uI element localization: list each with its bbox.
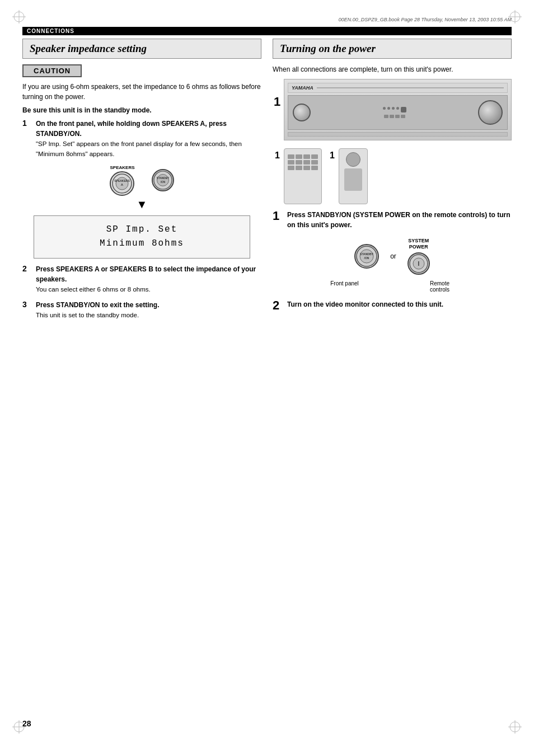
svg-text:A: A [121,183,124,186]
svg-text:/ON: /ON [160,181,165,184]
standby-on-button: STANDBY /ON [354,244,379,269]
system-power-button: I [407,252,430,275]
power-buttons-area: STANDBY /ON or SYSTEMPOWER I [273,238,512,275]
caution-badge: CAUTION [22,64,82,77]
remote-controls-caption: Remote controls [420,280,460,293]
right-section-title: Turning on the power [273,39,512,59]
speakers-button: SPEAKERS A [110,171,134,196]
button-captions-area: Front panel Remote controls [273,280,512,293]
right-column: Turning on the power When all connection… [273,39,512,326]
remote-2-power-btn [346,152,360,167]
left-column: Speaker impedance setting CAUTION If you… [22,39,261,326]
right-step-1-title: Press STANDBY/ON (SYSTEM POWER on the re… [287,211,510,229]
right-step-1-content: Press STANDBY/ON (SYSTEM POWER on the re… [287,210,512,230]
section-header: CONNECTIONS [22,27,512,35]
amplifier-image: YAMAHA [284,79,512,140]
yamaha-logo: YAMAHA [292,85,313,91]
svg-text:/ON: /ON [364,256,369,260]
amp-right-knob [478,100,503,125]
step-2-num: 2 [22,264,31,273]
step-2-title: Press SPEAKERS A or SPEAKERS B to select… [36,265,256,283]
step-3-desc: This unit is set to the standby mode. [36,312,139,318]
right-step-2: 2 Turn on the video monitor connected to… [273,299,512,312]
remote-control-1 [284,148,322,204]
remote-2-body [344,168,362,191]
right-step-1-num: 1 [273,210,285,230]
remote-2-step-num: 1 [330,151,335,161]
amp-container: 1 YAMAHA [284,79,512,140]
step-1-num: 1 [22,119,31,128]
standby-button-illustration: STANDBY /ON [152,169,174,191]
main-content: Speaker impedance setting CAUTION If you… [22,39,512,326]
amp-left-knob [293,104,311,121]
caution-body: If you are using 6-ohm speakers, set the… [22,82,261,102]
step-3-content: Press STANDBY/ON to exit the setting. Th… [36,300,261,320]
svg-text:SPEAKERS: SPEAKERS [115,179,130,182]
system-power-group: SYSTEMPOWER I [407,238,430,275]
display-line2: Minimum 8ohms [45,237,238,251]
svg-text:STANDBY: STANDBY [156,177,169,180]
devices-row: 1 [284,148,512,204]
step-2-desc: You can select either 6 ohms or 8 ohms. [36,286,151,293]
right-intro: When all connections are complete, turn … [273,64,512,74]
remote-1-item: 1 [284,148,322,204]
down-arrow: ▼ [22,198,261,211]
right-step-2-content: Turn on the video monitor connected to t… [287,299,512,312]
step-1-desc: "SP Imp. Set" appears on the front panel… [36,140,242,157]
corner-tr [508,10,522,24]
step-1-content: On the front panel, while holding down S… [36,119,261,159]
svg-text:STANDBY: STANDBY [360,252,373,256]
left-section-title: Speaker impedance setting [22,39,261,59]
svg-text:I: I [418,261,419,267]
corner-tl [12,10,26,24]
remote-1-step-num: 1 [275,151,280,161]
step-3-num: 3 [22,300,31,309]
display-line1: SP Imp. Set [45,223,238,237]
step-2: 2 Press SPEAKERS A or SPEAKERS B to sele… [22,264,261,294]
step-right-1-num: 1 [274,96,286,108]
page-number: 28 [22,719,31,728]
right-step-2-num: 2 [273,299,285,312]
step-2-content: Press SPEAKERS A or SPEAKERS B to select… [36,264,261,294]
step-1-title: On the front panel, while holding down S… [36,120,227,138]
display-box: SP Imp. Set Minimum 8ohms [34,215,250,259]
step-3: 3 Press STANDBY/ON to exit the setting. … [22,300,261,320]
step-3-title: Press STANDBY/ON to exit the setting. [36,301,159,309]
file-info: 00EN.00_DSPZ9_GB.book Page 28 Thursday, … [22,17,512,22]
system-power-label: SYSTEMPOWER [408,238,429,250]
speakers-illustration: SPEAKERS SPEAKERS A STANDBY [22,165,261,196]
standby-instruction: Be sure this unit is in the standby mode… [22,106,261,114]
right-step-2-title: Turn on the video monitor connected to t… [287,300,443,308]
standby-btn-group: STANDBY /ON [354,244,379,269]
page: 00EN.00_DSPZ9_GB.book Page 28 Thursday, … [0,0,534,756]
speakers-label: SPEAKERS [110,165,134,170]
remote-2-item: 1 [339,148,368,204]
step-1: 1 On the front panel, while holding down… [22,119,261,159]
right-step-1: 1 Press STANDBY/ON (SYSTEM POWER on the … [273,210,512,230]
remote-control-2 [339,148,368,204]
or-label: or [390,252,396,260]
front-panel-caption: Front panel [325,280,364,287]
corner-br [508,720,522,734]
